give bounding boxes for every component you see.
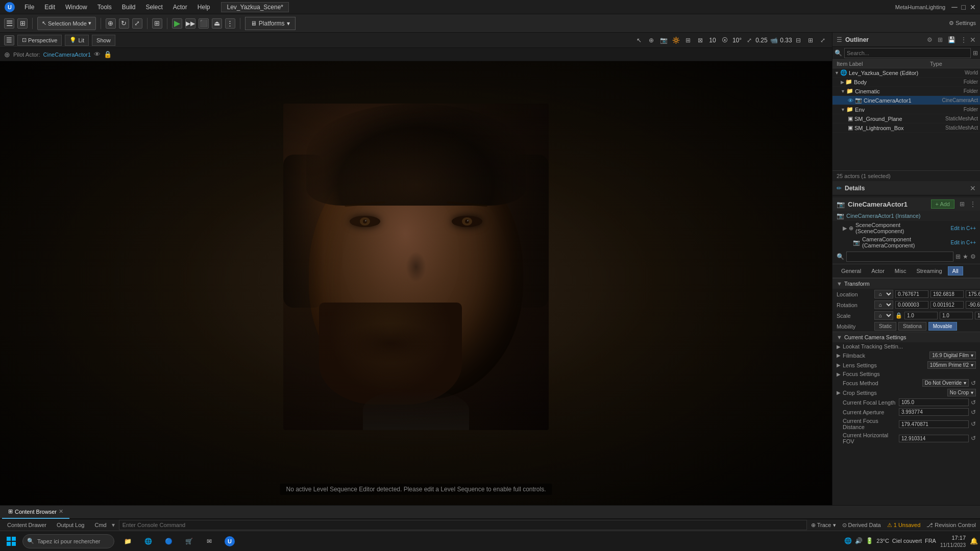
snap-btn[interactable]: ⊞: [152, 18, 162, 29]
location-y[interactable]: [930, 290, 964, 298]
rotation-dropdown[interactable]: ⌂: [874, 300, 893, 309]
camera-speed-icon[interactable]: 📹: [769, 35, 779, 45]
trace-btn[interactable]: ⊕ Trace ▾: [811, 522, 836, 529]
stop-btn[interactable]: ⬛: [199, 18, 209, 29]
tree-item-scene[interactable]: ▼ 🌐 Lev_Yazkua_Scene (Editor) World: [832, 68, 980, 78]
tab-misc[interactable]: Misc: [890, 266, 911, 276]
tab-all[interactable]: All: [948, 266, 963, 276]
aperture-input[interactable]: [899, 408, 969, 416]
scale-y[interactable]: [940, 312, 973, 319]
clock[interactable]: 17:17 11/11/2023: [940, 534, 966, 547]
menu-build[interactable]: Build: [118, 3, 140, 12]
transform-section-header[interactable]: ▼ Transform: [832, 278, 980, 289]
light-icon[interactable]: 🔆: [671, 35, 681, 45]
location-dropdown[interactable]: ⌂: [874, 290, 893, 298]
horiz-fov-input[interactable]: [899, 435, 969, 442]
scale-icon[interactable]: ⤢: [744, 35, 754, 45]
show-btn[interactable]: Show: [92, 35, 115, 46]
scale-dropdown[interactable]: ⌂: [874, 311, 893, 320]
output-log-btn[interactable]: Output Log: [54, 521, 87, 529]
lens-dropdown[interactable]: 105mm Prime f/2 ▾: [927, 361, 976, 369]
outliner-sort-icon[interactable]: ⊞: [938, 36, 943, 43]
location-z[interactable]: [966, 290, 980, 298]
play-options-btn[interactable]: ▶▶: [185, 18, 195, 29]
details-settings-icon[interactable]: ⋮: [970, 201, 976, 208]
menu-actor[interactable]: Actor: [169, 3, 191, 12]
taskbar-app-explorer[interactable]: 📁: [118, 532, 137, 550]
menu-select[interactable]: Select: [141, 3, 166, 12]
derived-data-btn[interactable]: ⊙ Derived Data: [842, 522, 881, 529]
menu-edit[interactable]: Edit: [40, 3, 59, 12]
menu-file[interactable]: File: [20, 3, 38, 12]
tree-item-cinematic[interactable]: ▼ 📁 Cinematic Folder: [832, 87, 980, 96]
pilot-actor[interactable]: CineCameraActor1: [43, 52, 91, 58]
lock-icon[interactable]: 🔒: [104, 51, 112, 58]
lookat-row[interactable]: ▶ Lookat Tracking Settin...: [832, 342, 980, 350]
outliner-close-btn[interactable]: ✕: [970, 36, 976, 44]
aperture-reset-btn[interactable]: ↺: [971, 409, 976, 416]
details-search-input[interactable]: [846, 252, 953, 262]
visibility-icon[interactable]: 👁: [848, 97, 853, 104]
rotation-x[interactable]: [895, 301, 928, 309]
transform-btn[interactable]: ⊕: [106, 18, 116, 29]
lit-btn[interactable]: 💡 Lit: [65, 35, 89, 46]
cmd-btn[interactable]: Cmd: [91, 521, 109, 529]
content-browser-close-btn[interactable]: ✕: [59, 508, 63, 515]
crop-settings-dropdown[interactable]: No Crop ▾: [947, 389, 976, 396]
details-close-btn[interactable]: ✕: [970, 184, 976, 192]
viewport-hamburger[interactable]: ☰: [4, 35, 14, 45]
tree-item-lightroom[interactable]: ▣ SM_Lightroom_Box StaticMeshAct: [832, 123, 980, 133]
restore-icon[interactable]: ⊞: [805, 35, 816, 45]
outliner-filter-icon[interactable]: ⊞: [973, 49, 978, 57]
tab-general[interactable]: General: [837, 266, 866, 276]
grid-toggle-icon[interactable]: ⊞: [683, 35, 693, 45]
eye-icon[interactable]: 👁: [94, 51, 101, 58]
add-component-btn[interactable]: + Add: [931, 199, 954, 209]
focus-method-dropdown[interactable]: Do Not Override ▾: [922, 379, 969, 387]
more-options-btn[interactable]: ⋮: [225, 18, 235, 29]
cmd-dropdown-icon[interactable]: ▾: [112, 521, 115, 529]
platforms-btn[interactable]: 🖥 Platforms ▾: [245, 17, 296, 30]
maximize-btn[interactable]: □: [962, 3, 966, 11]
app-logo[interactable]: U: [4, 2, 15, 13]
outliner-settings-icon[interactable]: ⚙: [927, 36, 933, 43]
scale-lock-icon[interactable]: 🔒: [895, 312, 902, 319]
filmback-dropdown[interactable]: 16:9 Digital Film ▾: [929, 352, 976, 359]
filter-star-icon[interactable]: ★: [963, 253, 968, 260]
stationary-btn[interactable]: Stationa: [898, 322, 926, 331]
sidebar-toggle-btn[interactable]: ☰: [4, 18, 14, 29]
tab-actor[interactable]: Actor: [867, 266, 889, 276]
scene-tab[interactable]: Lev_Yazkua_Scene*: [221, 2, 289, 12]
focal-length-input[interactable]: [899, 398, 969, 406]
windows-start-btn[interactable]: [2, 532, 20, 550]
revision-control-btn[interactable]: ⎇ Revision Control: [926, 522, 976, 529]
scene-comp-link[interactable]: Edit in C++: [951, 226, 976, 231]
grid-icon[interactable]: ⊠: [695, 35, 705, 45]
network-icon[interactable]: 🌐: [844, 537, 852, 544]
tree-item-cine-camera[interactable]: 👁 📷 CineCameraActor1 CineCameraAct: [832, 96, 980, 105]
settings-btn[interactable]: ⚙ Settings: [949, 20, 976, 27]
scale-btn[interactable]: ⤢: [132, 18, 142, 29]
rotate-btn[interactable]: ↻: [119, 18, 129, 29]
minimize-btn[interactable]: ─: [951, 3, 957, 12]
scale-x[interactable]: [904, 312, 938, 319]
snap-world-icon[interactable]: ⊕: [646, 35, 656, 45]
taskbar-app-epic[interactable]: U: [220, 532, 239, 550]
content-browser-tab[interactable]: ⊞ Content Browser ✕: [2, 506, 69, 519]
layout-icon[interactable]: ⊟: [793, 35, 803, 45]
focus-dist-reset-btn[interactable]: ↺: [971, 420, 976, 428]
outliner-save-icon[interactable]: 💾: [948, 36, 955, 43]
taskbar-app-store[interactable]: 🛒: [180, 532, 198, 550]
camera-icon[interactable]: 📷: [658, 35, 669, 45]
close-btn[interactable]: ✕: [970, 3, 976, 11]
rotation-z[interactable]: [966, 301, 980, 309]
cam-comp-link[interactable]: Edit in C++: [951, 240, 976, 245]
focus-dist-input[interactable]: [899, 420, 969, 428]
outliner-more-icon[interactable]: ⋮: [961, 36, 967, 43]
outliner-search-input[interactable]: [844, 48, 971, 58]
filter-grid-icon[interactable]: ⊞: [955, 253, 961, 260]
tree-item-ground[interactable]: ▣ SM_Ground_Plane StaticMeshAct: [832, 114, 980, 123]
taskbar-app-chrome[interactable]: 🔵: [159, 532, 178, 550]
rotation-y[interactable]: [930, 301, 964, 309]
focus-method-reset-btn[interactable]: ↺: [971, 380, 976, 387]
